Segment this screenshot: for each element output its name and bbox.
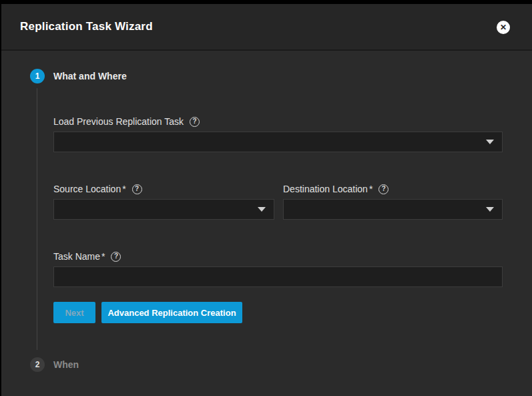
replication-wizard-screen: Replication Task Wizard ✕ 1 What and Whe… bbox=[0, 0, 532, 396]
task-name-input[interactable] bbox=[54, 267, 502, 286]
chevron-down-icon bbox=[486, 140, 494, 144]
source-location-select[interactable] bbox=[53, 199, 274, 220]
destination-location-label-text: Destination Location bbox=[283, 184, 368, 194]
close-button[interactable]: ✕ bbox=[497, 21, 510, 34]
destination-location-label: Destination Location* ? bbox=[283, 183, 388, 195]
required-marker: * bbox=[101, 251, 105, 262]
load-previous-label-text: Load Previous Replication Task bbox=[53, 116, 184, 127]
dialog-title: Replication Task Wizard bbox=[20, 20, 153, 33]
step-2-header[interactable]: 2 When bbox=[30, 357, 79, 372]
source-location-label: Source Location* ? bbox=[53, 183, 142, 195]
help-icon[interactable]: ? bbox=[190, 117, 200, 127]
step-1-number-badge: 1 bbox=[30, 69, 45, 83]
chevron-down-icon bbox=[258, 207, 266, 212]
stepper-connector-line bbox=[37, 88, 37, 350]
step-1-label: What and Where bbox=[53, 71, 127, 81]
task-name-field-wrapper bbox=[53, 266, 503, 287]
help-icon[interactable]: ? bbox=[132, 184, 142, 194]
replication-task-wizard-dialog: Replication Task Wizard ✕ 1 What and Whe… bbox=[1, 4, 532, 396]
chevron-down-icon bbox=[486, 207, 494, 212]
close-icon: ✕ bbox=[497, 21, 510, 34]
source-location-label-text: Source Location bbox=[53, 184, 121, 194]
next-button[interactable]: Next bbox=[53, 302, 95, 323]
advanced-replication-creation-button[interactable]: Advanced Replication Creation bbox=[101, 302, 242, 323]
step-2-label: When bbox=[53, 359, 79, 370]
task-name-label: Task Name* ? bbox=[53, 250, 121, 262]
load-previous-label: Load Previous Replication Task ? bbox=[53, 116, 200, 128]
help-icon[interactable]: ? bbox=[111, 252, 121, 262]
required-marker: * bbox=[369, 184, 372, 194]
step-2-number-badge: 2 bbox=[30, 357, 45, 372]
task-name-label-text: Task Name bbox=[53, 251, 100, 262]
help-icon[interactable]: ? bbox=[378, 184, 388, 194]
required-marker: * bbox=[122, 184, 125, 194]
load-previous-select[interactable] bbox=[53, 132, 503, 152]
dialog-header: Replication Task Wizard ✕ bbox=[1, 4, 532, 51]
destination-location-select[interactable] bbox=[283, 199, 503, 220]
step-1-header[interactable]: 1 What and Where bbox=[30, 69, 127, 83]
